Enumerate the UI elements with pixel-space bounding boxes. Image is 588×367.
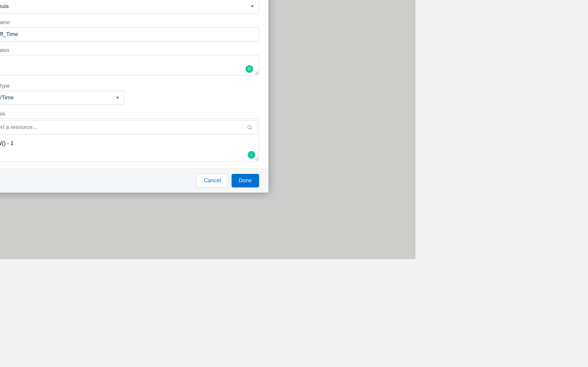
formula-resource-search[interactable] bbox=[0, 120, 257, 134]
api-name-input[interactable] bbox=[0, 27, 259, 41]
formula-box: NOW() - 1 ✓ bbox=[0, 118, 259, 161]
chevron-down-icon: ▼ bbox=[115, 95, 120, 100]
formula-editor[interactable]: NOW() - 1 ✓ bbox=[0, 136, 259, 161]
resource-type-value: Formula bbox=[0, 3, 9, 9]
description-textarea[interactable] bbox=[0, 55, 259, 75]
api-name-label: *API Name bbox=[0, 19, 259, 25]
modal-container: ✕ New Resource *Resource Type Formula ▼ … bbox=[0, 0, 268, 192]
chevron-down-icon: ▼ bbox=[250, 4, 254, 8]
data-type-value: Date/Time bbox=[0, 94, 14, 101]
svg-point-12 bbox=[248, 125, 251, 129]
description-label: Description bbox=[0, 47, 259, 53]
formula-label: *Formula bbox=[0, 111, 259, 117]
resource-type-select[interactable]: Formula ▼ bbox=[0, 0, 259, 13]
data-type-select[interactable]: Date/Time ▼ bbox=[0, 90, 124, 105]
formula-body-text: NOW() - 1 bbox=[0, 140, 13, 146]
formula-resource-input[interactable] bbox=[0, 124, 247, 130]
new-resource-modal: New Resource *Resource Type Formula ▼ *A… bbox=[0, 0, 268, 192]
grammarly-icon: G bbox=[245, 65, 253, 73]
search-icon bbox=[247, 124, 253, 130]
data-type-label: *Data Type bbox=[0, 83, 259, 89]
cancel-button[interactable]: Cancel bbox=[197, 174, 228, 187]
done-button[interactable]: Done bbox=[232, 174, 259, 187]
grammarly-icon: ✓ bbox=[248, 151, 255, 158]
resize-handle[interactable] bbox=[254, 157, 258, 160]
modal-footer: Cancel Done bbox=[0, 168, 268, 192]
